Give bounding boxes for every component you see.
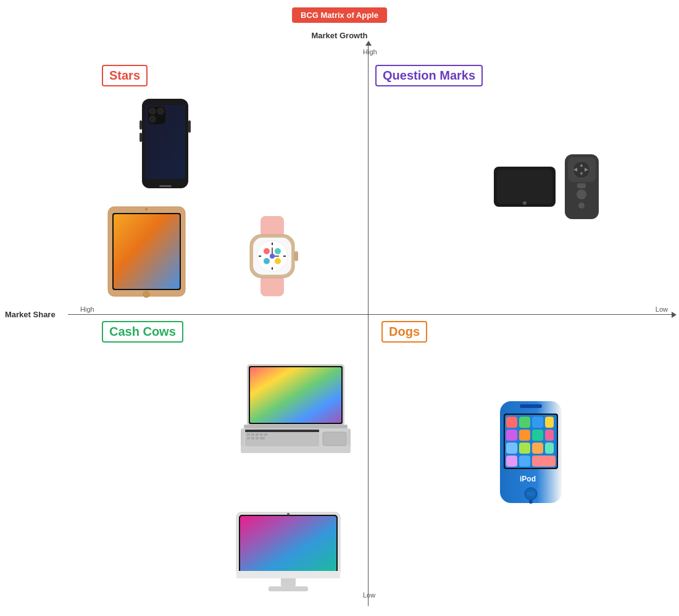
- svg-point-4: [149, 108, 156, 114]
- svg-rect-54: [247, 433, 250, 436]
- svg-point-6: [149, 116, 156, 122]
- page-title: BCG Matrix of Apple: [292, 7, 387, 23]
- svg-rect-70: [269, 586, 308, 591]
- svg-point-29: [275, 248, 281, 254]
- svg-rect-60: [251, 437, 254, 439]
- svg-rect-76: [506, 417, 517, 428]
- svg-rect-49: [244, 425, 348, 428]
- svg-rect-82: [532, 430, 543, 441]
- x-axis-low: Low: [656, 306, 668, 313]
- svg-rect-8: [140, 120, 142, 130]
- svg-rect-13: [114, 214, 180, 289]
- svg-text:◀: ◀: [573, 167, 578, 172]
- svg-rect-27: [294, 251, 298, 261]
- svg-rect-40: [577, 183, 586, 188]
- svg-rect-87: [545, 443, 554, 454]
- svg-rect-79: [545, 417, 554, 428]
- svg-point-39: [578, 202, 585, 209]
- svg-text:▲: ▲: [579, 162, 584, 168]
- svg-rect-56: [256, 433, 259, 436]
- svg-point-35: [523, 201, 527, 205]
- svg-rect-7: [188, 120, 191, 133]
- svg-rect-58: [264, 433, 267, 436]
- svg-point-15: [145, 208, 148, 210]
- svg-rect-61: [256, 437, 259, 439]
- svg-text:▶: ▶: [585, 167, 589, 172]
- svg-rect-63: [241, 430, 244, 446]
- svg-point-32: [270, 254, 275, 259]
- svg-rect-94: [520, 404, 542, 408]
- svg-rect-10: [159, 185, 172, 187]
- stars-label: Stars: [102, 65, 148, 86]
- svg-rect-78: [532, 417, 543, 428]
- svg-text:▼: ▼: [579, 171, 584, 177]
- x-axis-high: High: [80, 306, 94, 313]
- iphone-product: [130, 96, 204, 194]
- appletv-product: ▲ ▼ ◀ ▶: [488, 148, 611, 222]
- svg-rect-83: [545, 430, 554, 441]
- svg-point-5: [157, 108, 164, 114]
- svg-rect-93: [527, 492, 535, 496]
- question-marks-label: Question Marks: [375, 65, 483, 86]
- svg-rect-64: [348, 430, 351, 446]
- svg-rect-84: [506, 443, 517, 454]
- svg-rect-52: [323, 432, 346, 446]
- horizontal-axis: [68, 314, 673, 315]
- svg-point-31: [275, 258, 281, 264]
- svg-rect-89: [519, 456, 530, 467]
- svg-point-38: [577, 189, 586, 199]
- y-axis-low: Low: [363, 591, 375, 599]
- apple-watch-product: [235, 213, 312, 299]
- svg-point-28: [264, 248, 270, 254]
- svg-rect-9: [140, 133, 142, 142]
- svg-rect-88: [506, 456, 517, 467]
- svg-point-95: [529, 500, 533, 504]
- svg-point-30: [264, 258, 270, 264]
- ipad-product: [105, 204, 191, 299]
- svg-rect-80: [506, 430, 517, 441]
- x-axis-label: Market Share: [5, 310, 56, 319]
- svg-rect-85: [519, 443, 530, 454]
- svg-rect-67: [240, 516, 336, 573]
- svg-rect-72: [236, 571, 340, 578]
- svg-point-14: [143, 291, 149, 298]
- svg-rect-57: [260, 433, 263, 436]
- svg-rect-77: [519, 417, 530, 428]
- svg-rect-81: [519, 430, 530, 441]
- svg-rect-55: [251, 433, 254, 436]
- cash-cows-label: Cash Cows: [102, 321, 183, 343]
- svg-rect-34: [497, 170, 552, 204]
- y-axis-label: Market Growth: [311, 31, 367, 40]
- imac-product: [231, 509, 346, 599]
- svg-rect-69: [281, 577, 296, 586]
- svg-point-68: [287, 513, 290, 515]
- svg-rect-90: [532, 456, 556, 467]
- svg-rect-48: [250, 367, 341, 423]
- y-axis-high: High: [363, 48, 377, 56]
- vertical-axis: [368, 44, 369, 606]
- macbook-product: [238, 361, 355, 460]
- dogs-label: Dogs: [381, 321, 427, 343]
- svg-rect-53: [245, 430, 319, 432]
- ipod-product: iPod: [494, 398, 574, 506]
- svg-rect-62: [260, 437, 265, 439]
- svg-rect-86: [532, 443, 543, 454]
- svg-text:iPod: iPod: [520, 475, 536, 483]
- svg-rect-59: [247, 437, 250, 439]
